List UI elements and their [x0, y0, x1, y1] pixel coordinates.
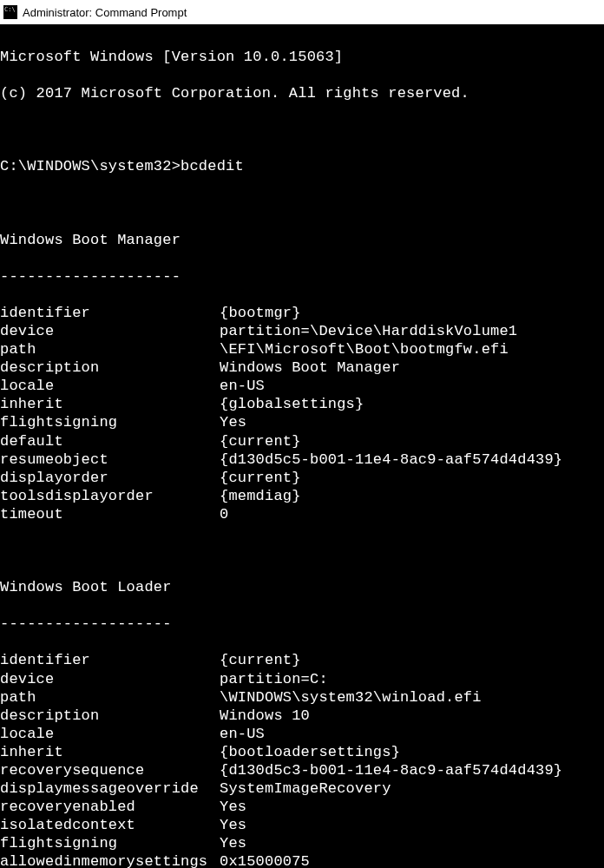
boot-manager-row: timeout0 [0, 505, 602, 523]
entry-key: path [0, 340, 220, 358]
entry-key: locale [0, 725, 220, 743]
entry-key: inherit [0, 743, 220, 761]
section-title-1: Windows Boot Manager [0, 231, 602, 249]
entry-value: partition=\Device\HarddiskVolume1 [220, 322, 602, 340]
entry-value: {d130d5c3-b001-11e4-8ac9-aaf574d4d439} [220, 761, 602, 779]
boot-manager-row: descriptionWindows Boot Manager [0, 358, 602, 377]
entry-key: default [0, 432, 220, 450]
entry-value: Yes [220, 798, 602, 816]
entry-value: Yes [220, 413, 602, 431]
boot-manager-row: identifier{bootmgr} [0, 304, 602, 322]
prompt-command: bcdedit [181, 158, 244, 174]
section-divider-2: ------------------- [0, 615, 602, 633]
entry-key: identifier [0, 651, 220, 669]
entry-key: timeout [0, 505, 220, 523]
entry-value: \WINDOWS\system32\winload.efi [220, 688, 602, 707]
prompt-path: C:\WINDOWS\system32> [0, 158, 181, 174]
boot-manager-row: default{current} [0, 432, 602, 450]
entry-key: path [0, 688, 220, 707]
boot-manager-row: localeen-US [0, 377, 602, 395]
entry-value: en-US [220, 725, 602, 743]
boot-loader-row: allowedinmemorysettings0x15000075 [0, 852, 602, 868]
prompt-line-1: C:\WINDOWS\system32>bcdedit [0, 157, 602, 175]
entry-key: resumeobject [0, 450, 220, 469]
entry-value: Yes [220, 834, 602, 852]
entry-key: device [0, 322, 220, 340]
header-line-2: (c) 2017 Microsoft Corporation. All righ… [0, 84, 602, 102]
boot-loader-row: path\WINDOWS\system32\winload.efi [0, 688, 602, 707]
entry-value: {current} [220, 469, 602, 487]
boot-loader-row: isolatedcontextYes [0, 816, 602, 834]
entry-key: allowedinmemorysettings [0, 852, 220, 868]
blank-line [0, 194, 602, 213]
section-divider-1: -------------------- [0, 267, 602, 286]
entry-key: inherit [0, 395, 220, 413]
boot-loader-row: inherit{bootloadersettings} [0, 743, 602, 761]
boot-loader-row: devicepartition=C: [0, 670, 602, 688]
boot-manager-row: devicepartition=\Device\HarddiskVolume1 [0, 322, 602, 340]
boot-loader-row: recoveryenabledYes [0, 798, 602, 816]
entry-key: recoverysequence [0, 761, 220, 779]
entry-key: locale [0, 377, 220, 395]
entry-key: toolsdisplayorder [0, 487, 220, 505]
entry-key: description [0, 707, 220, 725]
boot-manager-row: inherit{globalsettings} [0, 395, 602, 413]
boot-manager-row: flightsigningYes [0, 413, 602, 431]
entry-value: {globalsettings} [220, 395, 602, 413]
entry-key: displayorder [0, 469, 220, 487]
entry-key: recoveryenabled [0, 798, 220, 816]
boot-manager-row: path\EFI\Microsoft\Boot\bootmgfw.efi [0, 340, 602, 358]
cmd-icon [3, 5, 17, 19]
entry-value: 0 [220, 505, 602, 523]
entry-value: {d130d5c5-b001-11e4-8ac9-aaf574d4d439} [220, 450, 602, 469]
entry-value: {current} [220, 432, 602, 450]
entry-value: partition=C: [220, 670, 602, 688]
entry-key: displaymessageoverride [0, 779, 220, 798]
window-titlebar[interactable]: Administrator: Command Prompt [0, 0, 604, 24]
boot-manager-row: displayorder{current} [0, 469, 602, 487]
entry-key: flightsigning [0, 834, 220, 852]
entry-value: {current} [220, 651, 602, 669]
boot-loader-row: displaymessageoverrideSystemImageRecover… [0, 779, 602, 798]
entry-value: Yes [220, 816, 602, 834]
entry-value: {bootloadersettings} [220, 743, 602, 761]
entry-value: en-US [220, 377, 602, 395]
header-line-1: Microsoft Windows [Version 10.0.15063] [0, 48, 602, 66]
boot-loader-row: flightsigningYes [0, 834, 602, 852]
boot-manager-row: toolsdisplayorder{memdiag} [0, 487, 602, 505]
entry-value: {memdiag} [220, 487, 602, 505]
terminal-output[interactable]: Microsoft Windows [Version 10.0.15063] (… [0, 24, 604, 868]
entry-key: device [0, 670, 220, 688]
boot-loader-row: descriptionWindows 10 [0, 707, 602, 725]
blank-line [0, 121, 602, 139]
entry-value: \EFI\Microsoft\Boot\bootmgfw.efi [220, 340, 602, 358]
entry-key: description [0, 358, 220, 377]
boot-loader-row: recoverysequence{d130d5c3-b001-11e4-8ac9… [0, 761, 602, 779]
boot-manager-row: resumeobject{d130d5c5-b001-11e4-8ac9-aaf… [0, 450, 602, 469]
entry-value: {bootmgr} [220, 304, 602, 322]
boot-loader-row: localeen-US [0, 725, 602, 743]
entry-key: flightsigning [0, 413, 220, 431]
boot-loader-row: identifier{current} [0, 651, 602, 669]
blank-line [0, 542, 602, 560]
entry-key: isolatedcontext [0, 816, 220, 834]
entry-value: Windows Boot Manager [220, 358, 602, 377]
entry-key: identifier [0, 304, 220, 322]
entry-value: 0x15000075 [220, 852, 602, 868]
entry-value: SystemImageRecovery [220, 779, 602, 798]
window-title: Administrator: Command Prompt [23, 6, 187, 19]
section-title-2: Windows Boot Loader [0, 578, 602, 596]
entry-value: Windows 10 [220, 707, 602, 725]
